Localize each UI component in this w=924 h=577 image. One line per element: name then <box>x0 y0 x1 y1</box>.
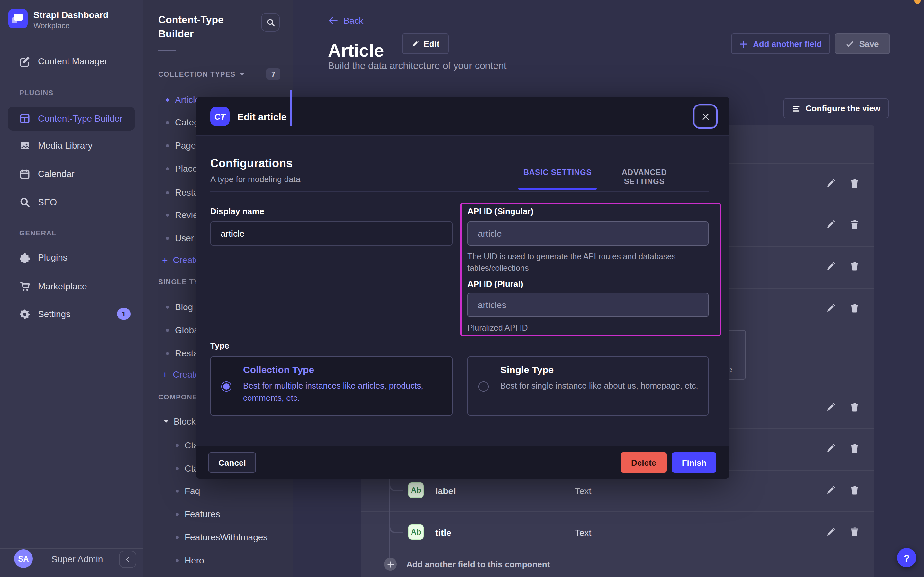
row-actions <box>826 402 860 412</box>
sidebar-item-seo[interactable]: SEO <box>19 195 57 208</box>
radio-unselected-icon[interactable] <box>478 382 489 392</box>
add-field-to-component-label[interactable]: Add another field to this component <box>407 559 550 569</box>
row-actions <box>826 485 860 495</box>
component-group-blocks[interactable]: Blocks <box>163 415 200 428</box>
pencil-icon[interactable] <box>826 261 836 271</box>
option-description: Best for single instance like about us, … <box>500 380 700 392</box>
check-icon <box>846 40 854 48</box>
bullet-icon <box>166 191 169 194</box>
trash-icon[interactable] <box>849 303 860 313</box>
sidebar-item-media-library[interactable]: Media Library <box>19 139 93 152</box>
type-label: Type <box>210 341 229 351</box>
help-button[interactable]: ? <box>897 548 916 567</box>
subnav-item-cta[interactable]: Cta <box>175 439 199 451</box>
subnav-item-page[interactable]: Page <box>166 139 196 152</box>
bullet-icon <box>166 213 169 216</box>
collection-count-badge: 7 <box>266 68 280 80</box>
collapse-sidebar-button[interactable] <box>119 551 136 568</box>
trash-icon[interactable] <box>849 219 860 230</box>
add-field-to-component-button[interactable] <box>384 558 397 571</box>
add-another-field-button[interactable]: Add another field <box>731 34 830 54</box>
api-id-plural-input[interactable] <box>468 293 709 317</box>
sidebar-item-content-type-builder[interactable]: Content-Type Builder <box>19 112 122 125</box>
subnav-item-blog[interactable]: Blog <box>166 300 193 313</box>
layout-grid-icon <box>19 113 30 124</box>
api-id-singular-input[interactable] <box>468 221 709 246</box>
feather-icon <box>19 56 30 66</box>
avatar[interactable]: SA <box>14 550 33 568</box>
trash-icon[interactable] <box>849 261 860 271</box>
close-icon <box>701 112 710 121</box>
back-link[interactable]: Back <box>328 15 363 26</box>
bullet-icon <box>175 535 179 539</box>
trash-icon[interactable] <box>849 443 860 453</box>
cancel-button[interactable]: Cancel <box>208 452 256 473</box>
trash-icon[interactable] <box>849 402 860 412</box>
row-actions <box>826 443 860 453</box>
subnav-item-hero[interactable]: Hero <box>175 554 204 567</box>
subnav-item-place[interactable]: Place <box>166 162 198 175</box>
sidebar-item-calendar[interactable]: Calendar <box>19 167 75 180</box>
radio-selected-icon[interactable] <box>221 382 231 392</box>
bullet-icon <box>175 489 179 492</box>
modal-heading: Configurations <box>210 157 292 171</box>
bullet-icon <box>166 351 169 355</box>
bullet-icon <box>175 513 179 516</box>
bullet-icon <box>166 121 169 124</box>
subnav-scrollbar-thumb[interactable] <box>290 90 292 126</box>
bullet-icon <box>166 305 169 308</box>
sidebar-item-marketplace[interactable]: Marketplace <box>19 280 87 293</box>
edit-button[interactable]: Edit <box>402 34 449 54</box>
bullet-icon <box>175 559 179 562</box>
sidebar-section-plugins: PLUGINS <box>19 89 53 97</box>
option-single-type[interactable]: Single Type Best for single instance lik… <box>468 356 709 416</box>
row-actions <box>826 527 860 537</box>
chevron-down-icon <box>239 72 245 76</box>
arrow-left-icon <box>328 15 338 26</box>
tab-basic-settings[interactable]: BASIC SETTINGS <box>518 168 597 177</box>
trash-icon[interactable] <box>849 178 860 189</box>
option-title: Collection Type <box>243 364 314 375</box>
sidebar-item-settings[interactable]: Settings <box>19 308 71 320</box>
field-type-badge: Ab <box>408 524 424 540</box>
tab-advanced-settings[interactable]: ADVANCED SETTINGS <box>606 168 683 186</box>
pencil-icon[interactable] <box>826 527 836 537</box>
modal-footer: Cancel Delete Finish <box>196 446 729 479</box>
row-actions <box>826 178 860 189</box>
pencil-icon[interactable] <box>826 178 836 189</box>
delete-button[interactable]: Delete <box>620 452 667 473</box>
save-button[interactable]: Save <box>835 34 890 54</box>
subnav-item-faq[interactable]: Faq <box>175 484 200 497</box>
collection-types-header[interactable]: COLLECTION TYPES <box>158 69 245 79</box>
pencil-icon[interactable] <box>826 485 836 495</box>
strapi-logo-icon <box>8 9 28 28</box>
field-name: title <box>435 527 452 538</box>
subnav-item-global[interactable]: Global <box>166 324 201 337</box>
row-actions <box>826 219 860 230</box>
pencil-icon[interactable] <box>826 303 836 313</box>
subnav-item-user[interactable]: User <box>166 232 194 245</box>
display-name-input[interactable] <box>210 221 453 246</box>
search-button[interactable] <box>261 13 280 32</box>
sidebar-item-plugins[interactable]: Plugins <box>19 251 67 264</box>
row-actions <box>826 303 860 313</box>
subnav-item-features[interactable]: Features <box>175 508 220 521</box>
pencil-icon[interactable] <box>826 443 836 453</box>
pencil-icon[interactable] <box>826 219 836 230</box>
configure-view-button[interactable]: Configure the view <box>783 98 889 118</box>
option-collection-type[interactable]: Collection Type Best for multiple instan… <box>210 356 453 416</box>
brand-header: Strapi Dashboard Workplace <box>0 0 143 39</box>
trash-icon[interactable] <box>849 485 860 495</box>
row-actions <box>826 261 860 271</box>
close-button[interactable] <box>694 105 716 127</box>
bullet-icon <box>175 443 179 447</box>
trash-icon[interactable] <box>849 527 860 537</box>
api-id-singular-label: API ID (Singular) <box>468 206 534 216</box>
finish-button[interactable]: Finish <box>672 452 716 473</box>
pencil-icon[interactable] <box>826 402 836 412</box>
sidebar-item-content-manager[interactable]: Content Manager <box>19 55 108 68</box>
subnav-item-article[interactable]: Article <box>166 93 200 106</box>
app-window: Strapi Dashboard Workplace Content Manag… <box>0 0 924 577</box>
modal-header: CT Edit article <box>196 97 729 136</box>
subnav-item-featureswithimages[interactable]: FeaturesWithImages <box>175 531 267 543</box>
